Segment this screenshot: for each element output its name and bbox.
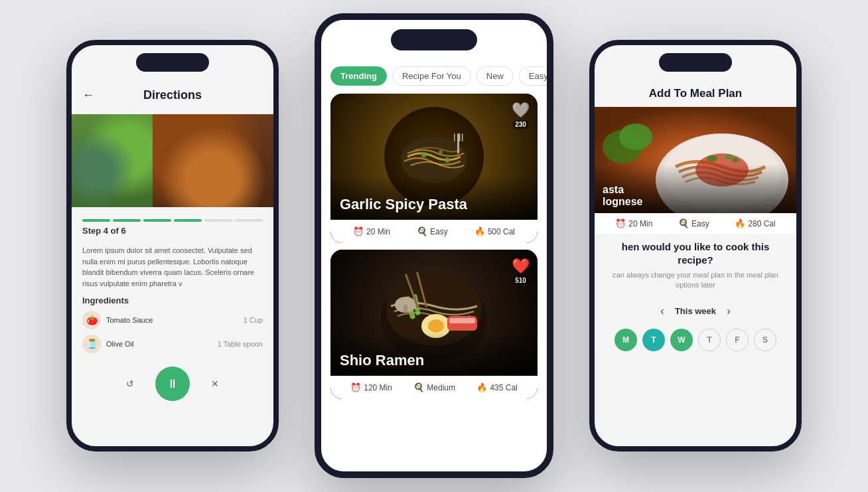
clock-icon-pasta: ⏰ bbox=[353, 226, 364, 236]
day-thursday[interactable]: T bbox=[698, 329, 721, 351]
week-navigation: ‹ This week › bbox=[595, 297, 796, 325]
svg-rect-17 bbox=[403, 305, 407, 313]
replay-button[interactable]: ↺ bbox=[118, 372, 142, 396]
bolognese-time: ⏰ 20 Min bbox=[615, 218, 652, 228]
pasta-recipe-meta: ⏰ 20 Min 🍳 Easy 🔥 500 Cal bbox=[330, 220, 538, 243]
tab-new[interactable]: New bbox=[476, 66, 514, 86]
ingredients-title: Ingredients bbox=[82, 295, 263, 305]
segment-3 bbox=[143, 219, 171, 222]
ramen-difficulty-label: Medium bbox=[427, 383, 455, 392]
recipe-card-ramen[interactable]: ❤️ 510 Shio Ramen ⏰ 120 Min 🍳 Medium bbox=[330, 250, 538, 399]
bolognese-title-overlay: asta lognese bbox=[595, 164, 796, 213]
phone-right: Add To Meal Plan bbox=[589, 40, 802, 451]
pause-button[interactable]: ⏸ bbox=[155, 367, 190, 401]
segment-1 bbox=[82, 219, 110, 222]
ingredient-amount-1: 1 Cup bbox=[244, 316, 263, 324]
ramen-time: ⏰ 120 Min bbox=[350, 382, 392, 392]
ramen-recipe-meta: ⏰ 120 Min 🍳 Medium 🔥 435 Cal bbox=[330, 376, 538, 399]
svg-rect-4 bbox=[457, 133, 459, 153]
svg-point-26 bbox=[732, 157, 739, 163]
step-progress: Step 4 of 6 bbox=[72, 212, 273, 245]
ramen-difficulty: 🍳 Medium bbox=[413, 382, 455, 392]
filter-tabs: Trending Recipe For You New Easy Over bbox=[321, 61, 547, 91]
ingredient-row-1: 🍅 Tomato Sauce 1 Cup bbox=[82, 311, 263, 329]
close-button[interactable]: ✕ bbox=[203, 372, 227, 396]
bolognese-line2: lognese bbox=[603, 196, 788, 208]
bolognese-meta: ⏰ 20 Min 🍳 Easy 🔥 280 Cal bbox=[595, 213, 796, 234]
fire-icon-ramen: 🔥 bbox=[476, 382, 487, 392]
day-wednesday[interactable]: W bbox=[670, 329, 693, 351]
food-image-right bbox=[153, 114, 273, 207]
pasta-difficulty-label: Easy bbox=[430, 227, 448, 236]
svg-point-3 bbox=[445, 157, 450, 163]
next-week-button[interactable]: › bbox=[727, 304, 731, 318]
step-description: Lorem ipsum dolor sit amet consectet. Vu… bbox=[72, 245, 273, 289]
bolognese-time-label: 20 Min bbox=[628, 219, 652, 228]
phone-left: ← Directions bbox=[66, 40, 279, 451]
day-saturday[interactable]: S bbox=[754, 329, 776, 351]
chef-icon-pasta: 🍳 bbox=[417, 226, 427, 236]
pasta-title-overlay: Garlic Spicy Pasta bbox=[330, 176, 538, 220]
recipe-card-pasta[interactable]: 🤍 230 Garlic Spicy Pasta ⏰ 20 Min 🍳 Easy bbox=[330, 94, 538, 243]
ingredient-name-2: Olive Oil bbox=[106, 340, 212, 348]
bolognese-line1: asta bbox=[603, 184, 788, 196]
svg-point-25 bbox=[725, 154, 733, 159]
segment-5 bbox=[204, 219, 232, 222]
phones-container: ← Directions bbox=[0, 0, 868, 492]
segment-2 bbox=[113, 219, 141, 222]
right-phone-notch bbox=[659, 53, 732, 72]
day-tuesday[interactable]: T bbox=[642, 329, 665, 351]
day-monday[interactable]: M bbox=[615, 329, 637, 351]
ingredient-row-2: 🫙 Olive Oil 1 Table spoon bbox=[82, 335, 263, 353]
playback-controls: ↺ ⏸ ✕ bbox=[72, 359, 273, 409]
fire-icon-right: 🔥 bbox=[735, 218, 745, 228]
chef-icon-ramen: 🍳 bbox=[413, 382, 424, 392]
ramen-title-overlay: Shio Ramen bbox=[330, 332, 538, 376]
pasta-difficulty: 🍳 Easy bbox=[417, 226, 448, 236]
right-phone-content: Add To Meal Plan bbox=[595, 45, 796, 446]
question-section: hen would you like to cook this recipe? … bbox=[595, 240, 796, 297]
pasta-calories: 🔥 500 Cal bbox=[474, 226, 515, 236]
prev-week-button[interactable]: ‹ bbox=[660, 304, 664, 318]
like-count-ramen: 510 bbox=[512, 276, 529, 285]
svg-rect-5 bbox=[454, 133, 455, 141]
tab-easy[interactable]: Easy bbox=[519, 66, 547, 86]
pasta-time-label: 20 Min bbox=[366, 227, 390, 236]
step-count: Step 4 of 6 bbox=[82, 226, 263, 236]
clock-icon-right: ⏰ bbox=[615, 218, 626, 228]
tab-recipe-for-you[interactable]: Recipe For You bbox=[392, 66, 471, 86]
ramen-time-label: 120 Min bbox=[364, 383, 392, 392]
ramen-calories: 🔥 435 Cal bbox=[476, 382, 517, 392]
food-images-row bbox=[72, 114, 273, 207]
back-button[interactable]: ← bbox=[82, 88, 94, 102]
like-count-pasta: 230 bbox=[512, 120, 529, 129]
center-phone-content: Trending Recipe For You New Easy Over bbox=[321, 20, 547, 471]
day-friday[interactable]: F bbox=[726, 329, 749, 351]
meal-plan-title: Add To Meal Plan bbox=[595, 82, 796, 107]
question-subtitle: can always change your meal plan in the … bbox=[605, 270, 786, 291]
directions-header: ← Directions bbox=[72, 82, 273, 109]
ramen-calories-label: 435 Cal bbox=[490, 383, 517, 392]
heart-icon-pasta: 🤍 bbox=[512, 102, 530, 119]
svg-rect-7 bbox=[462, 133, 463, 141]
segment-6 bbox=[235, 219, 263, 222]
pasta-recipe-name: Garlic Spicy Pasta bbox=[340, 196, 528, 213]
svg-rect-6 bbox=[459, 133, 461, 141]
phone-center: Trending Recipe For You New Easy Over bbox=[315, 13, 553, 478]
page-title: Directions bbox=[143, 88, 202, 102]
left-phone-notch bbox=[136, 53, 209, 72]
bolognese-calories: 🔥 280 Cal bbox=[735, 218, 775, 228]
pasta-calories-label: 500 Cal bbox=[488, 227, 515, 236]
heart-badge-ramen: ❤️ 510 bbox=[512, 258, 530, 285]
svg-point-13 bbox=[428, 319, 444, 333]
svg-point-28 bbox=[619, 123, 652, 150]
bolognese-image: asta lognese bbox=[595, 107, 796, 213]
days-row: M T W T F S bbox=[595, 325, 796, 355]
progress-segments bbox=[82, 219, 263, 222]
svg-point-1 bbox=[421, 152, 427, 157]
fire-icon-pasta: 🔥 bbox=[474, 226, 485, 236]
bolognese-difficulty-label: Easy bbox=[691, 219, 709, 228]
svg-point-24 bbox=[707, 155, 717, 162]
tab-trending[interactable]: Trending bbox=[330, 66, 387, 86]
ingredients-section: Ingredients 🍅 Tomato Sauce 1 Cup 🫙 Olive… bbox=[72, 295, 273, 353]
